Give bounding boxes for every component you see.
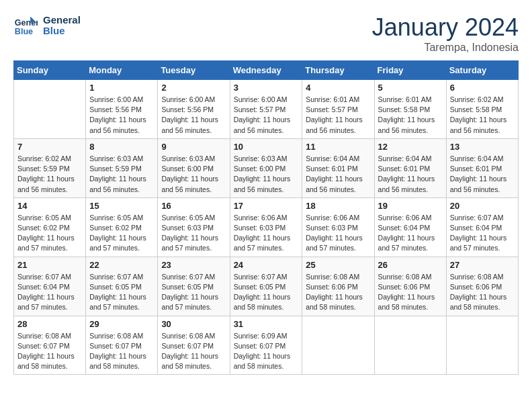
day-number: 8 (89, 142, 154, 152)
day-cell (14, 80, 86, 139)
day-cell: 26Sunrise: 6:08 AM Sunset: 6:06 PM Dayli… (374, 257, 446, 316)
day-cell: 31Sunrise: 6:09 AM Sunset: 6:07 PM Dayli… (230, 316, 302, 375)
day-cell: 12Sunrise: 6:04 AM Sunset: 6:01 PM Dayli… (374, 138, 446, 197)
day-cell: 18Sunrise: 6:06 AM Sunset: 6:03 PM Dayli… (302, 197, 374, 257)
day-number: 21 (17, 260, 82, 270)
day-number: 9 (161, 142, 226, 152)
week-row-3: 14Sunrise: 6:05 AM Sunset: 6:02 PM Dayli… (14, 197, 519, 257)
day-info: Sunrise: 6:04 AM Sunset: 6:01 PM Dayligh… (450, 154, 515, 195)
day-info: Sunrise: 6:00 AM Sunset: 5:57 PM Dayligh… (234, 95, 299, 136)
header-tuesday: Tuesday (158, 61, 230, 80)
day-number: 17 (234, 201, 299, 211)
svg-text:Blue: Blue (15, 27, 33, 36)
day-number: 23 (161, 260, 226, 270)
day-cell: 2Sunrise: 6:00 AM Sunset: 5:56 PM Daylig… (158, 80, 230, 139)
title-block: January 2024 Tarempa, Indonesia (372, 13, 519, 54)
week-row-2: 7Sunrise: 6:02 AM Sunset: 5:59 PM Daylig… (14, 138, 519, 197)
day-cell: 20Sunrise: 6:07 AM Sunset: 6:04 PM Dayli… (446, 197, 518, 257)
day-cell: 13Sunrise: 6:04 AM Sunset: 6:01 PM Dayli… (446, 138, 518, 197)
day-cell (302, 316, 374, 375)
day-cell: 11Sunrise: 6:04 AM Sunset: 6:01 PM Dayli… (302, 138, 374, 197)
day-number: 20 (450, 201, 515, 211)
day-number: 6 (450, 83, 515, 93)
day-info: Sunrise: 6:07 AM Sunset: 6:04 PM Dayligh… (17, 272, 82, 313)
day-cell: 23Sunrise: 6:07 AM Sunset: 6:05 PM Dayli… (158, 257, 230, 316)
day-cell: 10Sunrise: 6:03 AM Sunset: 6:00 PM Dayli… (230, 138, 302, 197)
header-saturday: Saturday (446, 61, 518, 80)
header-wednesday: Wednesday (230, 61, 302, 80)
day-cell: 21Sunrise: 6:07 AM Sunset: 6:04 PM Dayli… (14, 257, 86, 316)
header-monday: Monday (86, 61, 158, 80)
day-cell: 3Sunrise: 6:00 AM Sunset: 5:57 PM Daylig… (230, 80, 302, 139)
day-info: Sunrise: 6:08 AM Sunset: 6:06 PM Dayligh… (378, 272, 443, 313)
day-cell: 19Sunrise: 6:06 AM Sunset: 6:04 PM Dayli… (374, 197, 446, 257)
day-cell: 8Sunrise: 6:03 AM Sunset: 5:59 PM Daylig… (86, 138, 158, 197)
day-number: 10 (234, 142, 299, 152)
day-info: Sunrise: 6:03 AM Sunset: 6:00 PM Dayligh… (234, 154, 299, 195)
day-info: Sunrise: 6:09 AM Sunset: 6:07 PM Dayligh… (234, 331, 299, 372)
logo: General Blue General Blue (13, 13, 81, 38)
logo-line1: General (43, 15, 81, 26)
logo-line2: Blue (43, 26, 81, 37)
day-info: Sunrise: 6:06 AM Sunset: 6:03 PM Dayligh… (234, 213, 299, 254)
day-info: Sunrise: 6:07 AM Sunset: 6:04 PM Dayligh… (450, 213, 515, 254)
day-cell (374, 316, 446, 375)
header-thursday: Thursday (302, 61, 374, 80)
day-info: Sunrise: 6:08 AM Sunset: 6:07 PM Dayligh… (17, 331, 82, 372)
logo-icon: General Blue (13, 13, 38, 38)
calendar-table: SundayMondayTuesdayWednesdayThursdayFrid… (13, 60, 519, 375)
day-info: Sunrise: 6:05 AM Sunset: 6:02 PM Dayligh… (17, 213, 82, 254)
day-number: 1 (89, 83, 154, 93)
day-cell: 29Sunrise: 6:08 AM Sunset: 6:07 PM Dayli… (86, 316, 158, 375)
day-number: 30 (161, 319, 226, 329)
day-number: 7 (17, 142, 82, 152)
day-number: 31 (234, 319, 299, 329)
day-cell: 24Sunrise: 6:07 AM Sunset: 6:05 PM Dayli… (230, 257, 302, 316)
day-info: Sunrise: 6:05 AM Sunset: 6:02 PM Dayligh… (89, 213, 154, 254)
day-cell: 16Sunrise: 6:05 AM Sunset: 6:03 PM Dayli… (158, 197, 230, 257)
day-cell: 25Sunrise: 6:08 AM Sunset: 6:06 PM Dayli… (302, 257, 374, 316)
week-row-1: 1Sunrise: 6:00 AM Sunset: 5:56 PM Daylig… (14, 80, 519, 139)
day-cell: 27Sunrise: 6:08 AM Sunset: 6:06 PM Dayli… (446, 257, 518, 316)
day-cell: 5Sunrise: 6:01 AM Sunset: 5:58 PM Daylig… (374, 80, 446, 139)
month-title: January 2024 (372, 13, 519, 42)
day-number: 14 (17, 201, 82, 211)
day-number: 19 (378, 201, 443, 211)
day-number: 3 (234, 83, 299, 93)
header-sunday: Sunday (14, 61, 86, 80)
day-info: Sunrise: 6:03 AM Sunset: 5:59 PM Dayligh… (89, 154, 154, 195)
day-info: Sunrise: 6:08 AM Sunset: 6:07 PM Dayligh… (89, 331, 154, 372)
day-info: Sunrise: 6:04 AM Sunset: 6:01 PM Dayligh… (306, 154, 370, 195)
day-info: Sunrise: 6:03 AM Sunset: 6:00 PM Dayligh… (161, 154, 226, 195)
day-number: 28 (17, 319, 82, 329)
week-row-5: 28Sunrise: 6:08 AM Sunset: 6:07 PM Dayli… (14, 316, 519, 375)
day-info: Sunrise: 6:01 AM Sunset: 5:58 PM Dayligh… (378, 95, 443, 136)
day-info: Sunrise: 6:02 AM Sunset: 5:59 PM Dayligh… (17, 154, 82, 195)
day-cell: 22Sunrise: 6:07 AM Sunset: 6:05 PM Dayli… (86, 257, 158, 316)
day-number: 2 (161, 83, 226, 93)
day-info: Sunrise: 6:00 AM Sunset: 5:56 PM Dayligh… (161, 95, 226, 136)
day-number: 4 (306, 83, 370, 93)
day-info: Sunrise: 6:08 AM Sunset: 6:07 PM Dayligh… (161, 331, 226, 372)
day-number: 18 (306, 201, 370, 211)
day-cell: 14Sunrise: 6:05 AM Sunset: 6:02 PM Dayli… (14, 197, 86, 257)
day-info: Sunrise: 6:00 AM Sunset: 5:56 PM Dayligh… (89, 95, 154, 136)
day-number: 25 (306, 260, 370, 270)
day-cell: 17Sunrise: 6:06 AM Sunset: 6:03 PM Dayli… (230, 197, 302, 257)
day-info: Sunrise: 6:06 AM Sunset: 6:03 PM Dayligh… (306, 213, 370, 254)
day-cell: 9Sunrise: 6:03 AM Sunset: 6:00 PM Daylig… (158, 138, 230, 197)
day-info: Sunrise: 6:01 AM Sunset: 5:57 PM Dayligh… (306, 95, 370, 136)
day-info: Sunrise: 6:08 AM Sunset: 6:06 PM Dayligh… (450, 272, 515, 313)
day-info: Sunrise: 6:06 AM Sunset: 6:04 PM Dayligh… (378, 213, 443, 254)
day-number: 5 (378, 83, 443, 93)
day-number: 11 (306, 142, 370, 152)
day-cell: 28Sunrise: 6:08 AM Sunset: 6:07 PM Dayli… (14, 316, 86, 375)
day-number: 29 (89, 319, 154, 329)
calendar-header-row: SundayMondayTuesdayWednesdayThursdayFrid… (14, 61, 519, 80)
day-cell: 4Sunrise: 6:01 AM Sunset: 5:57 PM Daylig… (302, 80, 374, 139)
day-number: 12 (378, 142, 443, 152)
day-cell: 15Sunrise: 6:05 AM Sunset: 6:02 PM Dayli… (86, 197, 158, 257)
day-cell: 6Sunrise: 6:02 AM Sunset: 5:58 PM Daylig… (446, 80, 518, 139)
day-info: Sunrise: 6:02 AM Sunset: 5:58 PM Dayligh… (450, 95, 515, 136)
day-number: 15 (89, 201, 154, 211)
